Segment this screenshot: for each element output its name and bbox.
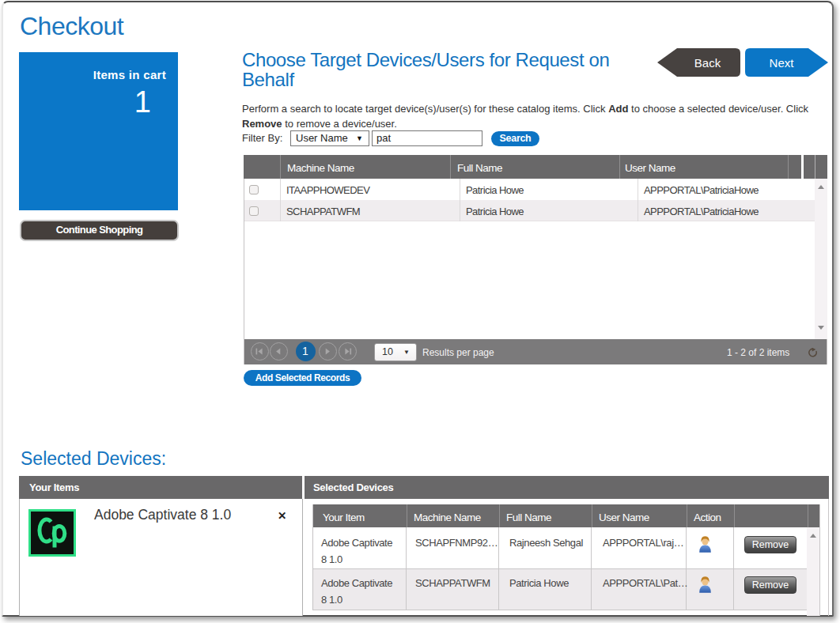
- svg-text:Next: Next: [770, 56, 795, 70]
- svg-text:Back: Back: [694, 56, 721, 70]
